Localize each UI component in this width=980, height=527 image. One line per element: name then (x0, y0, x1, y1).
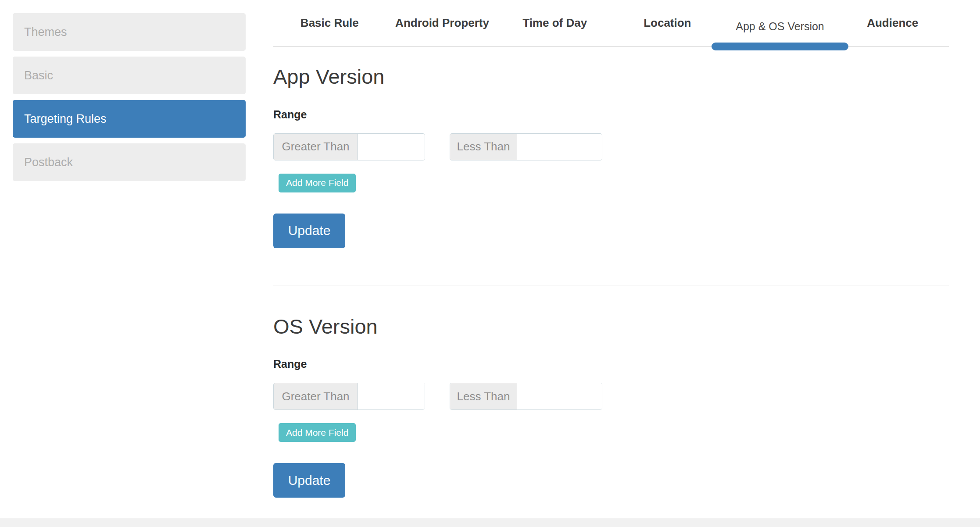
sidebar-item-postback[interactable]: Postback (13, 143, 246, 181)
app-version-add-more-field-button[interactable]: Add More Field (279, 174, 356, 192)
app-version-update-button[interactable]: Update (273, 214, 345, 248)
less-than-field-group: Less Than (450, 383, 602, 410)
os-version-section: OS Version Range Greater Than Less Than … (273, 285, 949, 498)
sidebar-item-basic[interactable]: Basic (13, 57, 246, 94)
tab-basic-rule[interactable]: Basic Rule (273, 0, 386, 46)
os-version-greater-than-input[interactable] (358, 383, 425, 409)
greater-than-label: Greater Than (274, 383, 358, 409)
main-content: Basic Rule Android Property Time of Day … (273, 0, 949, 498)
sidebar-item-label: Basic (24, 69, 53, 82)
tab-location[interactable]: Location (611, 0, 724, 46)
less-than-field-group: Less Than (450, 133, 602, 160)
os-version-update-button[interactable]: Update (273, 463, 345, 498)
sidebar-item-themes[interactable]: Themes (13, 13, 246, 51)
sidebar-item-label: Postback (24, 156, 73, 169)
range-label: Range (273, 358, 949, 370)
greater-than-field-group: Greater Than (273, 133, 425, 160)
app-version-less-than-input[interactable] (517, 134, 602, 160)
greater-than-label: Greater Than (274, 134, 358, 160)
less-than-label: Less Than (450, 383, 517, 409)
os-version-less-than-input[interactable] (517, 383, 602, 409)
app-version-title: App Version (273, 65, 949, 88)
sidebar-item-targeting-rules[interactable]: Targeting Rules (13, 100, 246, 138)
app-version-section: App Version Range Greater Than Less Than… (273, 47, 949, 285)
tab-android-property[interactable]: Android Property (386, 0, 499, 46)
range-label: Range (273, 108, 949, 121)
tab-audience[interactable]: Audience (836, 0, 949, 46)
sidebar-item-label: Targeting Rules (24, 112, 107, 126)
app-version-fields-row: Greater Than Less Than (273, 133, 949, 160)
os-version-add-more-field-button[interactable]: Add More Field (279, 423, 356, 442)
app-version-greater-than-input[interactable] (358, 134, 425, 160)
footer-strip (0, 518, 980, 527)
os-version-title: OS Version (273, 315, 949, 338)
tab-app-os-version[interactable]: App & OS Version (724, 0, 837, 46)
os-version-fields-row: Greater Than Less Than (273, 383, 949, 410)
sidebar-item-label: Themes (24, 25, 67, 39)
tab-bar: Basic Rule Android Property Time of Day … (273, 0, 949, 47)
greater-than-field-group: Greater Than (273, 383, 425, 410)
sidebar: Themes Basic Targeting Rules Postback (13, 13, 246, 187)
less-than-label: Less Than (450, 134, 517, 160)
tab-time-of-day[interactable]: Time of Day (498, 0, 611, 46)
